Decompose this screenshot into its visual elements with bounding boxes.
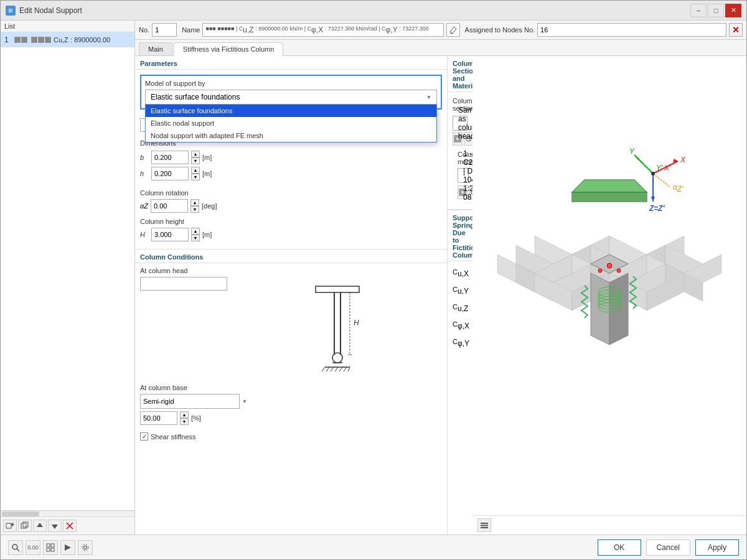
az-input[interactable] (151, 199, 188, 213)
params-section-header: Parameters (135, 56, 447, 70)
scroll-thumb[interactable] (2, 511, 39, 516)
H-input[interactable] (151, 228, 189, 241)
name-edit-button[interactable] (446, 23, 460, 37)
svg-text:Z=Z': Z=Z' (649, 204, 665, 213)
svg-rect-0 (6, 523, 11, 528)
list-icon-2 (21, 37, 27, 43)
svg-marker-70 (572, 192, 647, 202)
viz-area: Y X Z=Z' (472, 56, 746, 534)
tab-main[interactable]: Main (139, 42, 172, 55)
at-head-label: At column head (140, 267, 442, 274)
spring-row-1: Cu,Y [kN/m³] (453, 284, 467, 297)
title-bar: ⊞ Edit Nodal Support − □ ✕ (1, 1, 746, 21)
close-button[interactable]: ✕ (725, 4, 741, 17)
viz-svg: Y X Z=Z' (479, 99, 740, 472)
delete-button[interactable] (63, 520, 77, 532)
h-spinners: ▲ ▼ (191, 167, 200, 180)
h-spin-down[interactable]: ▼ (191, 174, 200, 180)
b-spin-down[interactable]: ▼ (191, 157, 200, 164)
assigned-input[interactable] (537, 23, 726, 37)
render-button[interactable] (60, 540, 75, 555)
b-row: b ▲ ▼ [m] (140, 151, 442, 164)
svg-text:Y': Y' (656, 164, 663, 172)
base-dropdown-arrow: ▼ (242, 399, 247, 404)
checkbox-check-icon: ✓ (142, 433, 147, 440)
at-base-label: At column base (140, 384, 442, 391)
svg-rect-93 (481, 525, 488, 526)
b-spinners: ▲ ▼ (191, 151, 200, 164)
tabs-row: Main Stiffness via Fictitious Column (135, 40, 746, 56)
H-unit: [m] (202, 231, 212, 238)
maximize-button[interactable]: □ (708, 4, 724, 17)
viz-settings-button[interactable] (477, 518, 491, 532)
search-button[interactable] (8, 540, 23, 555)
az-spin-up[interactable]: ▲ (190, 199, 199, 206)
no-input[interactable] (152, 23, 177, 37)
col-sec-dropdown-wrapper: Same as column head ▼ (453, 116, 467, 131)
spring-sym-4: Cφ,Y (453, 338, 472, 348)
svg-marker-69 (572, 180, 647, 192)
spring-sym-2: Cu,Z (453, 303, 472, 313)
window-title: Edit Nodal Support (19, 6, 690, 15)
rotation-row: αZ ▲ ▼ [deg] (140, 199, 442, 213)
assigned-clear-button[interactable]: ✕ (729, 23, 743, 37)
svg-point-102 (84, 546, 87, 549)
svg-rect-92 (481, 523, 488, 524)
h-unit: [m] (202, 170, 212, 177)
horizontal-scrollbar[interactable] (1, 510, 134, 516)
minimize-button[interactable]: − (690, 4, 707, 17)
H-spin-down[interactable]: ▼ (191, 235, 200, 241)
h-spin-up[interactable]: ▲ (191, 167, 200, 174)
apply-button[interactable]: Apply (695, 539, 739, 556)
col-mat-dropdown-wrapper: 1 - C25/30 | DIN 1045-1:2008-08 ▼ (458, 168, 463, 183)
dropdown-item-2[interactable]: Nodal support with adapted FE mesh (146, 129, 436, 142)
dropdown-item-0[interactable]: Elastic surface foundations (146, 105, 436, 117)
shear-label: Shear stiffness (151, 433, 196, 441)
col-section-area: Column Section and Material Column secti… (448, 56, 472, 210)
dropdown-item-1[interactable]: Elastic nodal support (146, 117, 436, 129)
col-section-title: Column Section and Material (448, 56, 472, 92)
right-header: No. Name ■■■ ■■■■■ | Cu,Z : 8900000.00 k… (135, 21, 746, 40)
shear-checkbox[interactable]: ✓ (140, 432, 148, 441)
H-spin-up[interactable]: ▲ (191, 228, 200, 235)
h-label: h (140, 170, 149, 177)
rotation-title: Column rotation (140, 189, 442, 197)
head-input (140, 277, 227, 291)
list-item-icons (14, 37, 51, 43)
svg-rect-4 (23, 522, 28, 527)
tab-stiffness[interactable]: Stiffness via Fictitious Column (174, 42, 284, 56)
at-head-section: At column head (135, 263, 447, 380)
list-item[interactable]: 1 Cu,Z : 8900000.00 (1, 32, 134, 47)
ok-button[interactable]: OK (598, 539, 641, 556)
input-button[interactable]: 0.00 (26, 540, 40, 555)
svg-rect-3 (21, 523, 26, 528)
svg-rect-94 (481, 527, 488, 528)
list-item-text: Cu,Z : 8900000.00 (54, 36, 110, 44)
add-item-button[interactable] (3, 520, 17, 532)
assigned-field: Assigned to Nodes No. ✕ (465, 23, 743, 37)
cancel-button[interactable]: Cancel (646, 539, 690, 556)
grid-button[interactable] (43, 540, 58, 555)
settings-button[interactable] (78, 540, 93, 555)
h-input[interactable] (151, 167, 189, 180)
up-button[interactable] (33, 520, 47, 532)
b-input[interactable] (151, 151, 189, 164)
down-button[interactable] (48, 520, 62, 532)
base-pct-input[interactable] (140, 411, 177, 425)
pct-spin-up[interactable]: ▲ (180, 411, 189, 418)
b-unit: [m] (202, 154, 212, 161)
pct-spin-down[interactable]: ▼ (180, 418, 189, 425)
model-dropdown[interactable]: Elastic surface foundations ▼ (145, 90, 437, 105)
conditions-title: Column Conditions (135, 250, 447, 263)
col-mat-dropdown[interactable]: 1 - C25/30 | DIN 1045-1:2008-08 ▼ (458, 168, 469, 183)
spring-sym-3: Cφ,X (453, 320, 472, 330)
no-label: No. (139, 26, 149, 34)
col-sec-dropdown[interactable]: Same as column head ▼ (453, 116, 467, 131)
base-dropdown[interactable]: Semi-rigid (140, 394, 240, 409)
b-spin-up[interactable]: ▲ (191, 151, 200, 157)
az-spin-down[interactable]: ▼ (190, 206, 199, 213)
svg-text:X: X (680, 156, 686, 164)
duplicate-button[interactable] (18, 520, 32, 532)
pct-unit: [%] (191, 414, 201, 422)
svg-marker-5 (37, 523, 43, 527)
